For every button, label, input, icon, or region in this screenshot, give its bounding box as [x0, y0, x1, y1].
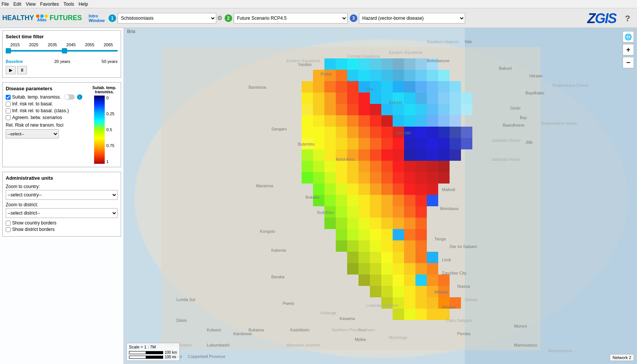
menu-tools[interactable]: Tools: [63, 2, 74, 7]
svg-rect-76: [381, 115, 393, 127]
svg-rect-152: [438, 172, 450, 184]
logo-atlas[interactable]: Atlas: [37, 18, 46, 22]
svg-rect-102: [347, 138, 359, 149]
svg-rect-68: [461, 104, 472, 115]
param-check-4[interactable]: [6, 115, 11, 120]
svg-rect-94: [427, 127, 438, 138]
zoom-country-select[interactable]: --select country--: [6, 190, 118, 200]
svg-rect-10: [404, 58, 415, 70]
svg-rect-182: [404, 206, 415, 218]
svg-text:Pweto: Pweto: [283, 301, 294, 306]
show-country-borders-checkbox[interactable]: [6, 221, 11, 226]
svg-rect-170: [381, 195, 393, 206]
svg-text:Mbereshi Junction: Mbereshi Junction: [286, 343, 320, 347]
svg-rect-156: [347, 184, 359, 195]
help-button[interactable]: ?: [625, 14, 630, 24]
svg-rect-211: [370, 252, 381, 263]
svg-text:Mtwara: Mtwara: [434, 290, 448, 294]
zoom-out-button[interactable]: −: [623, 57, 634, 68]
svg-rect-81: [438, 115, 450, 127]
logo-area: HEALTHY Atlas FUTURES: [2, 14, 82, 22]
svg-rect-82: [450, 115, 461, 127]
svg-rect-167: [347, 195, 359, 206]
menu-favorites[interactable]: Favorites: [40, 2, 59, 7]
svg-rect-97: [461, 127, 472, 138]
svg-rect-9: [393, 58, 404, 70]
scenario-select[interactable]: Future Scenario RCP4.5 Future Scenario R…: [234, 13, 348, 24]
svg-rect-153: [313, 184, 324, 195]
play-button[interactable]: ▶: [6, 66, 16, 74]
settings-icon[interactable]: ⚙: [217, 14, 222, 22]
svg-rect-155: [336, 184, 347, 195]
left-panel: Select time filter 2015 2025 2035 2045 2…: [0, 28, 123, 364]
hazard-select[interactable]: Hazard (vector-borne disease) Exposure V…: [359, 13, 465, 24]
menu-help[interactable]: Help: [79, 2, 88, 7]
svg-rect-124: [427, 149, 438, 161]
svg-text:Kambowe: Kambowe: [233, 331, 252, 336]
svg-rect-133: [370, 161, 381, 172]
svg-rect-136: [404, 161, 415, 172]
svg-rect-8: [381, 58, 393, 70]
svg-text:Northern: Northern: [359, 328, 375, 332]
param-check-2[interactable]: [6, 102, 11, 107]
step2-container: 2 Future Scenario RCP4.5 Future Scenario…: [225, 13, 348, 24]
menu-edit[interactable]: Edit: [13, 2, 21, 7]
svg-rect-190: [393, 218, 404, 229]
main-layout: Select time filter 2015 2025 2035 2045 2…: [0, 28, 637, 364]
rel-risk-select[interactable]: --select--: [6, 129, 59, 138]
show-district-borders-checkbox[interactable]: [6, 227, 11, 232]
param-check-3[interactable]: [6, 108, 11, 113]
svg-rect-203: [359, 240, 370, 252]
menu-view[interactable]: View: [26, 2, 36, 7]
svg-rect-154: [324, 184, 336, 195]
svg-rect-96: [450, 127, 461, 138]
svg-rect-88: [359, 127, 370, 138]
zoom-country-label: Zoom to country:: [6, 184, 118, 189]
zoom-in-button[interactable]: +: [623, 44, 634, 55]
svg-rect-7: [370, 58, 381, 70]
svg-rect-38: [450, 81, 461, 93]
svg-text:Katanga: Katanga: [321, 311, 337, 315]
legend-title: Suitab. temp.transmiss.: [93, 86, 116, 94]
svg-text:Gedo: Gedo: [510, 106, 521, 110]
globe-button[interactable]: 🌐: [623, 31, 634, 42]
svg-rect-233: [370, 286, 381, 297]
svg-text:Luapula Province: Luapula Province: [366, 303, 398, 308]
svg-text:Kasama: Kasama: [340, 316, 355, 321]
zoom-district-select[interactable]: --select district--: [6, 208, 118, 218]
svg-rect-106: [393, 138, 404, 149]
svg-text:Lunda Sul: Lunda Sul: [176, 297, 195, 302]
param-check-1[interactable]: [6, 95, 11, 100]
svg-rect-80: [427, 115, 438, 127]
svg-rect-27: [324, 81, 336, 93]
svg-rect-186: [347, 218, 359, 229]
svg-rect-20: [393, 70, 404, 81]
svg-text:Shabeellaha Dhexe: Shabeellaha Dhexe: [552, 83, 588, 88]
svg-text:Mtwara: Mtwara: [442, 305, 456, 309]
svg-rect-204: [370, 240, 381, 252]
svg-text:Kalemie: Kalemie: [271, 248, 286, 253]
svg-rect-52: [450, 93, 461, 104]
svg-rect-103: [359, 138, 370, 149]
disease-select[interactable]: Schistosomiasis Malaria Leishmaniasis: [118, 13, 216, 24]
pause-button[interactable]: ⏸: [17, 66, 27, 74]
svg-rect-129: [324, 161, 336, 172]
svg-text:Kongolo: Kongolo: [260, 229, 275, 234]
svg-rect-51: [438, 93, 450, 104]
svg-rect-71: [324, 115, 336, 127]
svg-rect-189: [381, 218, 393, 229]
disease-params-title: Disease parameters: [6, 86, 87, 91]
legend-val-025: 0.25: [106, 111, 114, 116]
time-slider[interactable]: [6, 50, 118, 58]
svg-rect-146: [370, 172, 381, 184]
svg-text:Central Equatoria: Central Equatoria: [347, 54, 380, 58]
svg-rect-225: [359, 275, 370, 286]
info-icon-1[interactable]: i: [77, 94, 82, 100]
menu-file[interactable]: File: [2, 2, 9, 7]
svg-text:Shabeellaha Hoose: Shabeellaha Hoose: [541, 121, 577, 126]
intro-window-button[interactable]: IntroWindow: [87, 13, 106, 24]
svg-rect-215: [415, 252, 427, 263]
svg-text:Hiiraan: Hiiraan: [529, 74, 543, 78]
map-container[interactable]: Bria: [123, 28, 637, 364]
param-toggle-1[interactable]: [64, 94, 75, 100]
